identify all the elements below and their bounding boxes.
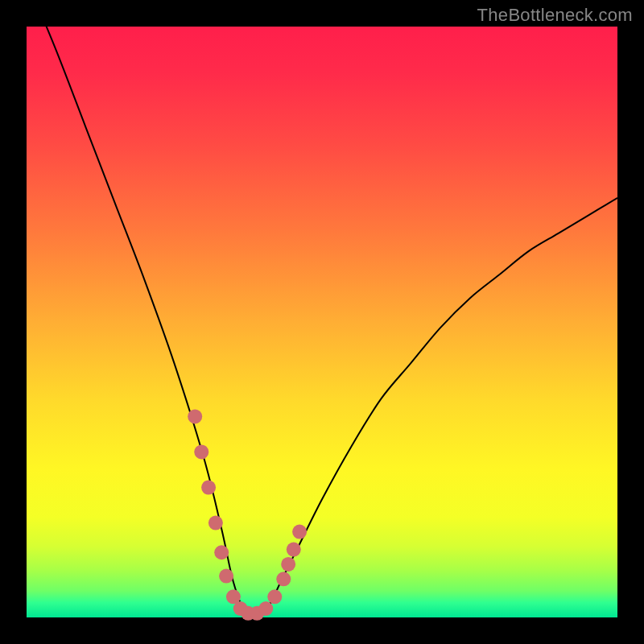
highlight-dot [214, 545, 229, 559]
highlight-dot [276, 572, 291, 586]
highlight-dot [287, 543, 301, 557]
bottleneck-chart [0, 0, 644, 644]
highlight-dot [281, 557, 295, 572]
chart-frame: TheBottleneck.com [0, 0, 644, 644]
plot-background [27, 27, 617, 617]
highlight-dot [292, 525, 307, 539]
highlight-dot [219, 569, 233, 584]
highlight-dot [188, 409, 202, 423]
highlight-dot [267, 589, 282, 604]
highlight-dot [208, 516, 223, 530]
highlight-dot [194, 444, 208, 459]
highlight-dot [201, 481, 216, 495]
highlight-dot [258, 601, 273, 616]
watermark-text: TheBottleneck.com [477, 5, 633, 26]
